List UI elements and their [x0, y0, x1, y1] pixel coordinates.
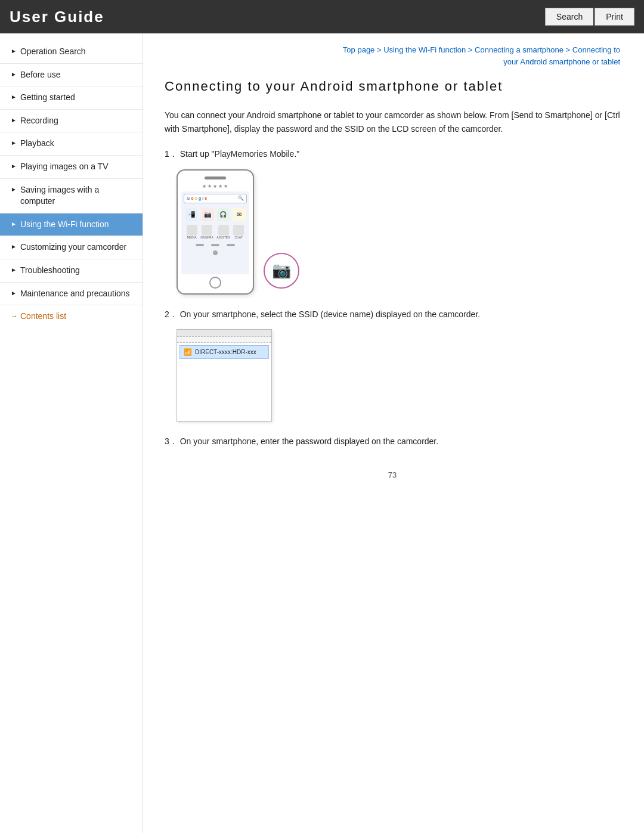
ssid-selected-row: 📶 DIRECT-xxxx:HDR-xxx	[179, 345, 269, 359]
phone-search-bar: G o o g l e 🔍	[184, 194, 247, 203]
breadcrumb-wifi[interactable]: Using the Wi-Fi function	[383, 45, 466, 54]
app-icon-2: 📷	[201, 208, 214, 221]
breadcrumb-top[interactable]: Top page	[343, 45, 375, 54]
arrow-icon: ►	[11, 116, 17, 125]
arrow-icon: ►	[11, 185, 17, 194]
sidebar-item-saving-images-computer[interactable]: ► Saving images with a computer	[0, 179, 143, 213]
sidebar-item-troubleshooting[interactable]: ► Troubleshooting	[0, 259, 143, 283]
phone-screen: G o o g l e 🔍 📲 📷 🎧 ✉	[181, 191, 249, 274]
arrow-icon: ►	[11, 220, 17, 228]
sidebar-item-operation-search[interactable]: ► Operation Search	[0, 41, 143, 64]
phone-search-icon: 🔍	[238, 196, 244, 201]
breadcrumb-separator3: >	[566, 45, 572, 54]
phone-bottom-apps: MEDIA GALERIA AJUSTES CHAT	[184, 225, 247, 239]
header: User Guide Search Print	[0, 0, 644, 33]
arrow-icon: ►	[11, 162, 17, 171]
device-illustration-1: ★★★★★ G o o g l e 🔍 📲 📷 🎧	[177, 169, 620, 295]
wifi-icon: 📶	[184, 348, 192, 356]
ssid-name: DIRECT-xxxx:HDR-xxx	[195, 349, 256, 355]
smartphone-illustration: ★★★★★ G o o g l e 🔍 📲 📷 🎧	[177, 169, 254, 295]
step-3-text: On your smartphone, enter the password d…	[180, 436, 438, 446]
sidebar-item-maintenance-precautions[interactable]: ► Maintenance and precautions	[0, 283, 143, 306]
ssid-list-box: 📶 DIRECT-xxxx:HDR-xxx	[177, 329, 272, 422]
app-icon-4: ✉	[233, 208, 246, 221]
header-buttons: Search Print	[545, 8, 634, 26]
arrow-icon: ►	[11, 266, 17, 274]
sidebar-item-before-use[interactable]: ► Before use	[0, 64, 143, 87]
phone-stars: ★★★★★	[202, 184, 229, 189]
step-1-number: 1．	[165, 149, 178, 159]
arrow-icon: ►	[11, 243, 17, 251]
arrow-icon: ►	[11, 139, 17, 147]
ssid-subheader-bar	[177, 337, 271, 343]
arrow-icon: ►	[11, 70, 17, 79]
ssid-illustration: 📶 DIRECT-xxxx:HDR-xxx	[177, 329, 620, 422]
camera-icon: 📷	[264, 253, 299, 289]
ssid-header-bar	[177, 330, 271, 337]
contents-list-link[interactable]: → Contents list	[0, 305, 143, 327]
step-1: 1． Start up "PlayMemories Mobile."	[165, 147, 620, 160]
page-number: 73	[388, 470, 397, 479]
right-arrow-icon: →	[11, 312, 18, 320]
sidebar-item-getting-started[interactable]: ► Getting started	[0, 86, 143, 110]
header-title: User Guide	[10, 8, 104, 26]
sidebar-item-playing-images-tv[interactable]: ► Playing images on a TV	[0, 156, 143, 179]
sidebar-item-customizing-camcorder[interactable]: ► Customizing your camcorder	[0, 236, 143, 259]
breadcrumb-connecting-smartphone[interactable]: Connecting a smartphone	[475, 45, 564, 54]
arrow-icon: ►	[11, 93, 17, 101]
phone-home-button	[209, 277, 221, 289]
sidebar-item-playback[interactable]: ► Playback	[0, 132, 143, 156]
footer: 73	[165, 460, 620, 484]
phone-speaker	[205, 176, 226, 179]
step-1-text: Start up "PlayMemories Mobile."	[180, 149, 300, 159]
breadcrumb-separator2: >	[468, 45, 475, 54]
intro-text: You can connect your Android smartphone …	[165, 109, 620, 137]
page-title: Connecting to your Android smartphone or…	[165, 78, 620, 95]
step-2-number: 2．	[165, 309, 178, 319]
breadcrumb-separator: >	[377, 45, 383, 54]
step-2: 2． On your smartphone, select the SSID (…	[165, 308, 620, 321]
app-icon-1: 📲	[185, 208, 198, 221]
phone-app-icons: 📲 📷 🎧 ✉	[184, 208, 247, 221]
ssid-empty-area	[177, 361, 271, 421]
layout: ► Operation Search ► Before use ► Gettin…	[0, 33, 644, 833]
search-button[interactable]: Search	[545, 8, 593, 26]
app-icon-3: 🎧	[216, 208, 230, 221]
step-2-text: On your smartphone, select the SSID (dev…	[180, 309, 480, 319]
step-3: 3． On your smartphone, enter the passwor…	[165, 435, 620, 448]
main-content: Top page > Using the Wi-Fi function > Co…	[143, 33, 644, 833]
sidebar-item-using-wifi[interactable]: ► Using the Wi-Fi function	[0, 213, 143, 237]
step-3-number: 3．	[165, 436, 178, 446]
sidebar: ► Operation Search ► Before use ► Gettin…	[0, 33, 143, 833]
sidebar-item-recording[interactable]: ► Recording	[0, 110, 143, 133]
arrow-icon: ►	[11, 289, 17, 298]
breadcrumb: Top page > Using the Wi-Fi function > Co…	[165, 44, 620, 67]
print-button[interactable]: Print	[595, 8, 634, 26]
arrow-icon: ►	[11, 47, 17, 55]
